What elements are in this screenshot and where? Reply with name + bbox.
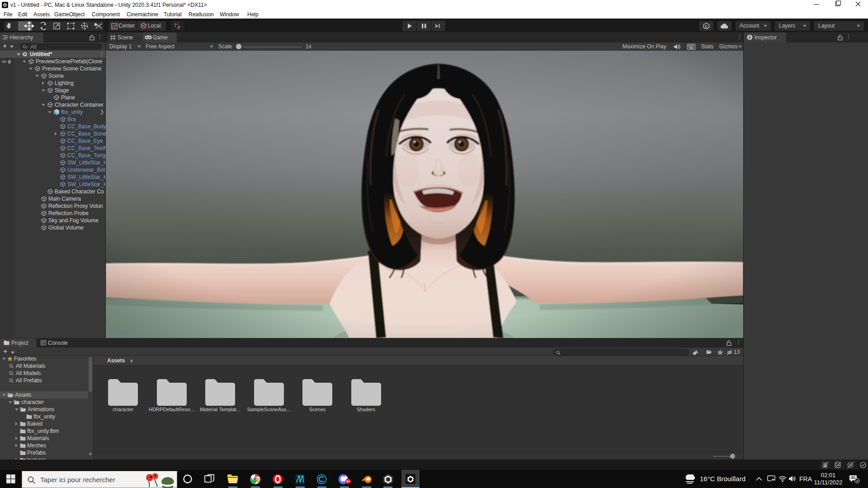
svg-text:9+: 9+: [346, 479, 350, 483]
svg-text:p: p: [705, 24, 708, 28]
svg-text:4: 4: [856, 479, 859, 483]
